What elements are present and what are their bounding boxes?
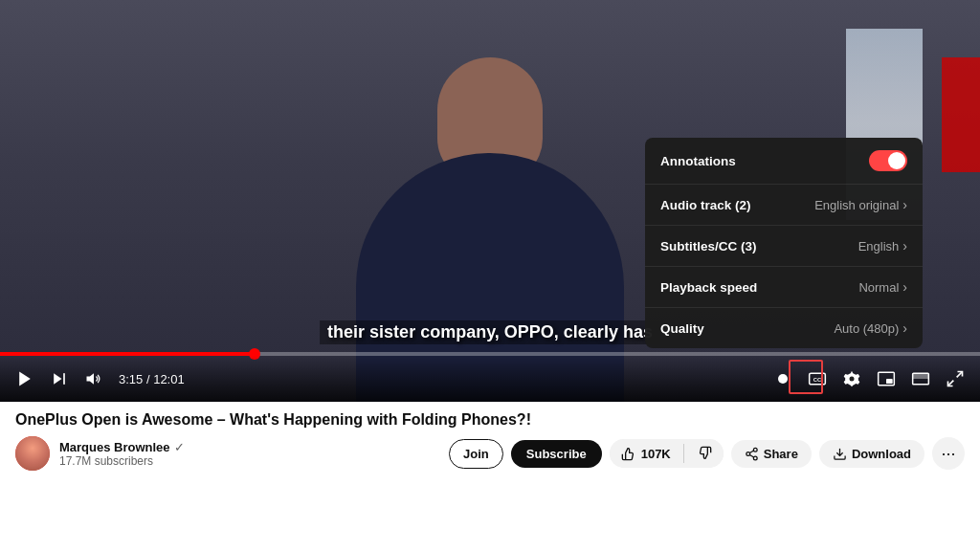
toggle-switch[interactable] <box>869 150 907 171</box>
svg-marker-0 <box>19 372 31 386</box>
settings-quality-row[interactable]: Quality Auto (480p) › <box>645 308 923 348</box>
svg-line-19 <box>749 451 753 452</box>
video-player[interactable]: their sister company, OPPO, clearly has <box>0 0 980 402</box>
toggle-knob <box>888 152 905 169</box>
subscribe-button[interactable]: Subscribe <box>511 440 602 468</box>
subtitles-chevron: › <box>902 238 907 253</box>
annotations-label: Annotations <box>660 154 869 168</box>
speed-label: Playback speed <box>660 280 858 295</box>
more-button[interactable]: ··· <box>932 437 965 470</box>
channel-row: Marques Brownlee ✓ 17.7M subscribers Joi… <box>15 436 965 471</box>
quality-value: Auto (480p) <box>834 321 899 336</box>
svg-point-16 <box>746 452 750 455</box>
svg-line-18 <box>749 454 753 456</box>
audio-chevron: › <box>902 197 907 212</box>
channel-name-row: Marques Brownlee ✓ <box>59 440 439 454</box>
quality-chevron: › <box>902 320 907 336</box>
captions-button[interactable]: CC <box>804 365 831 392</box>
share-label: Share <box>764 447 798 461</box>
settings-audio-row[interactable]: Audio track (2) English original › <box>645 185 923 226</box>
settings-speed-row[interactable]: Playback speed Normal › <box>645 267 923 308</box>
channel-name: Marques Brownlee <box>59 440 170 454</box>
subtitles-value: English <box>858 239 900 253</box>
verified-badge: ✓ <box>174 440 185 454</box>
speed-value: Normal <box>858 280 899 295</box>
svg-marker-3 <box>87 373 95 385</box>
svg-marker-1 <box>54 373 61 385</box>
subscriber-count: 17.7M subscribers <box>59 454 439 468</box>
skip-button[interactable] <box>46 365 73 392</box>
share-button[interactable]: Share <box>731 440 812 468</box>
speed-chevron: › <box>902 279 907 295</box>
join-button[interactable]: Join <box>449 439 503 469</box>
dislike-button[interactable] <box>685 439 724 468</box>
play-button[interactable] <box>11 365 38 392</box>
like-dislike-group: 107K <box>610 439 724 468</box>
svg-line-13 <box>957 372 963 378</box>
like-button[interactable]: 107K <box>610 439 682 468</box>
volume-button[interactable] <box>80 365 107 392</box>
fullscreen-button[interactable] <box>942 365 969 392</box>
channel-actions: Join Subscribe 107K <box>449 437 965 470</box>
avatar-image <box>15 436 50 471</box>
settings-annotations-row[interactable]: Annotations <box>645 138 923 185</box>
theater-button[interactable] <box>907 365 934 392</box>
subtitles-label: Subtitles/CC (3) <box>660 239 858 253</box>
audio-value: English original <box>814 198 899 212</box>
like-count: 107K <box>641 447 671 461</box>
annotations-toggle[interactable] <box>869 150 907 171</box>
bg-red-accent <box>942 57 980 172</box>
download-button[interactable]: Download <box>819 440 924 468</box>
download-label: Download <box>852 447 911 461</box>
channel-avatar[interactable] <box>15 436 50 471</box>
svg-point-4 <box>778 374 788 384</box>
video-info-section: OnePlus Open is Awesome – What's Happeni… <box>0 402 980 476</box>
app-container: their sister company, OPPO, clearly has <box>0 0 980 551</box>
settings-panel: Annotations Audio track (2) English orig… <box>645 138 923 348</box>
svg-rect-2 <box>63 373 65 385</box>
channel-info: Marques Brownlee ✓ 17.7M subscribers <box>59 440 439 468</box>
more-icon: ··· <box>941 444 955 464</box>
controls-bar: 3:15 / 12:01 CC <box>0 356 980 402</box>
svg-point-15 <box>753 448 757 452</box>
quality-label: Quality <box>660 321 834 336</box>
video-subtitle: their sister company, OPPO, clearly has <box>320 320 660 344</box>
settings-subtitles-row[interactable]: Subtitles/CC (3) English › <box>645 226 923 267</box>
audio-label: Audio track (2) <box>660 198 814 212</box>
dot-button[interactable] <box>769 365 796 392</box>
video-title: OnePlus Open is Awesome – What's Happeni… <box>15 411 965 429</box>
svg-rect-10 <box>886 379 893 384</box>
like-divider <box>683 444 684 463</box>
settings-button[interactable] <box>838 365 865 392</box>
svg-point-17 <box>753 456 757 460</box>
svg-line-14 <box>948 381 954 386</box>
svg-point-8 <box>850 377 855 382</box>
miniplayer-button[interactable] <box>873 365 900 392</box>
svg-rect-12 <box>913 373 929 379</box>
svg-text:CC: CC <box>813 377 822 383</box>
time-display: 3:15 / 12:01 <box>119 372 185 386</box>
